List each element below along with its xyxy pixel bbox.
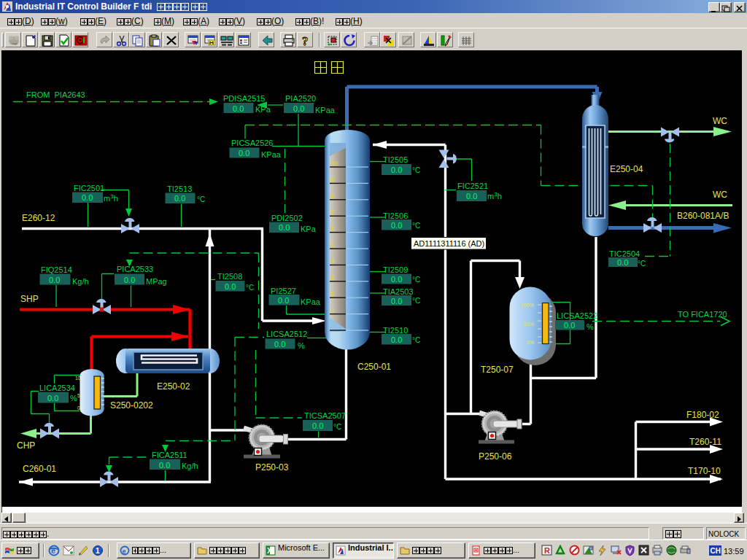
svg-text:%: % (587, 322, 594, 331)
svg-text:PI2527: PI2527 (271, 287, 296, 295)
svg-text:FROM PIA2643: FROM PIA2643 (26, 90, 85, 99)
svg-text:°C: °C (333, 423, 341, 431)
svg-text:10: 10 (75, 376, 81, 381)
svg-text:C250-01: C250-01 (357, 362, 391, 372)
svg-text:°C: °C (197, 195, 205, 203)
svg-text:0.0: 0.0 (312, 421, 323, 430)
svg-text:0.0: 0.0 (233, 104, 244, 113)
svg-text:0.0: 0.0 (391, 166, 402, 174)
svg-text:KPaa: KPaa (301, 298, 321, 306)
svg-text:m3h: m3h (104, 193, 118, 203)
svg-text:LICSA2512: LICSA2512 (266, 330, 307, 338)
svg-text:P250-03: P250-03 (255, 462, 289, 472)
svg-text:?: ? (302, 34, 309, 47)
svg-text:0%: 0% (527, 340, 534, 345)
svg-text:FIQ2514: FIQ2514 (41, 265, 72, 274)
svg-text:P250-06: P250-06 (479, 451, 512, 462)
svg-text:CH: CH (711, 547, 721, 555)
svg-text:9: 9 (330, 176, 334, 183)
svg-text:TIC2504: TIC2504 (609, 249, 640, 258)
svg-text:0.0: 0.0 (274, 340, 285, 349)
svg-text:TIA2503: TIA2503 (383, 287, 414, 296)
svg-text:TI2509: TI2509 (383, 265, 408, 274)
svg-text:10: 10 (330, 160, 338, 167)
svg-text:E260-12: E260-12 (22, 213, 55, 223)
svg-text:KPa: KPa (255, 105, 271, 114)
svg-text:0.0: 0.0 (293, 104, 304, 113)
svg-text:e: e (123, 548, 126, 555)
svg-text:R: R (544, 546, 550, 555)
svg-text:0.0: 0.0 (239, 149, 249, 158)
svg-text:0.0: 0.0 (391, 335, 402, 344)
svg-text:KPaa: KPaa (315, 106, 336, 114)
svg-text:0.0: 0.0 (124, 276, 135, 284)
svg-text:PICA2533: PICA2533 (117, 265, 153, 273)
svg-text:0.0: 0.0 (466, 192, 477, 201)
svg-text:KPa: KPa (301, 225, 317, 233)
svg-text:0.0: 0.0 (278, 296, 289, 305)
svg-text:KPaa: KPaa (261, 150, 282, 159)
svg-text:2: 2 (330, 290, 334, 298)
svg-text:8: 8 (330, 192, 334, 200)
svg-text:0.0: 0.0 (47, 394, 58, 402)
svg-text:5: 5 (77, 393, 80, 398)
svg-text:100%: 100% (521, 303, 534, 308)
svg-text:0.0: 0.0 (564, 321, 575, 330)
svg-text:PDI2502: PDI2502 (271, 214, 303, 222)
svg-text:TICSA2507: TICSA2507 (304, 411, 346, 420)
svg-text:4: 4 (330, 257, 334, 265)
svg-text:CHP: CHP (17, 440, 35, 451)
svg-text:0.0: 0.0 (82, 193, 93, 202)
svg-text:°C: °C (638, 260, 646, 268)
svg-text:C260-01: C260-01 (23, 464, 56, 474)
svg-text:B260-081A/B: B260-081A/B (677, 211, 729, 221)
svg-text:X: X (267, 547, 272, 555)
svg-text:°C: °C (412, 222, 420, 230)
svg-text:SHP: SHP (20, 294, 39, 304)
svg-text:1: 1 (330, 306, 334, 314)
svg-text:FIC2521: FIC2521 (457, 182, 488, 190)
svg-text:FIC2501: FIC2501 (74, 184, 104, 192)
svg-text:PDISA2515: PDISA2515 (223, 94, 265, 103)
svg-text:5: 5 (330, 241, 334, 249)
svg-text:LICSA2522: LICSA2522 (557, 311, 597, 320)
svg-text:T250-07: T250-07 (481, 365, 514, 375)
svg-text:T170-10: T170-10 (688, 466, 721, 476)
svg-text:%: % (70, 394, 77, 402)
svg-text:TI2510: TI2510 (383, 326, 408, 335)
svg-text:0.0: 0.0 (391, 275, 402, 284)
svg-text:°C: °C (412, 276, 420, 284)
svg-text:m3h: m3h (487, 191, 502, 201)
svg-text:°C: °C (412, 336, 420, 344)
svg-text:E250-04: E250-04 (610, 164, 643, 174)
svg-text:6: 6 (330, 225, 334, 232)
svg-text:T260-11: T260-11 (689, 437, 721, 447)
svg-text:TI2508: TI2508 (217, 272, 242, 281)
svg-text:0: 0 (77, 405, 80, 411)
svg-text:TO FICA1720: TO FICA1720 (678, 310, 727, 319)
svg-text:0.0: 0.0 (159, 461, 170, 470)
svg-text:FICA2511: FICA2511 (152, 451, 187, 459)
svg-text:WC: WC (713, 116, 727, 126)
svg-text:0.0: 0.0 (174, 194, 185, 203)
svg-text:°C: °C (412, 166, 420, 174)
svg-text:Kg/h: Kg/h (72, 277, 89, 286)
svg-text:F180-02: F180-02 (686, 410, 719, 420)
svg-text:Kg/h: Kg/h (182, 462, 198, 470)
svg-text:°C: °C (246, 284, 254, 292)
svg-text:E250-02: E250-02 (157, 381, 190, 392)
svg-text:WC: WC (713, 190, 727, 200)
svg-text:PIA2520: PIA2520 (285, 94, 316, 103)
svg-text:0.0: 0.0 (279, 223, 290, 232)
svg-text:0.0: 0.0 (391, 297, 402, 306)
svg-text:0.0: 0.0 (49, 276, 60, 284)
svg-text:PICSA2526: PICSA2526 (231, 139, 273, 147)
svg-text:e: e (51, 546, 55, 555)
svg-text:3: 3 (330, 273, 334, 281)
svg-text:AD1111311116 (AD): AD1111311116 (AD) (414, 239, 484, 248)
svg-text:TI2513: TI2513 (167, 184, 192, 193)
svg-text:S250-0202: S250-0202 (110, 400, 153, 411)
svg-text:0.0: 0.0 (617, 258, 628, 267)
svg-text:%: % (298, 341, 305, 350)
svg-text:0.0: 0.0 (225, 282, 236, 291)
